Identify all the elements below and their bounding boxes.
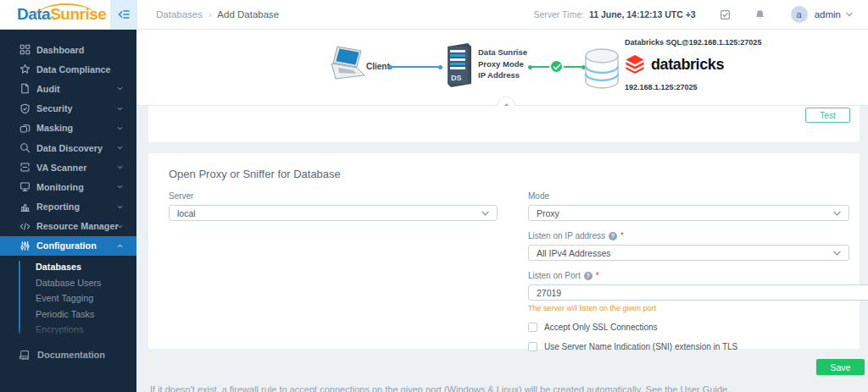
proxy-label-line3: IP Address: [478, 69, 527, 81]
documentation-icon: DOC: [18, 349, 31, 361]
checkbox-unchecked-icon[interactable]: [528, 342, 537, 351]
main-content: Client DS Data Sunrise Proxy Mode IP Add…: [136, 30, 868, 392]
form-column-right: Mode Proxy Listen on IP address ? * All …: [528, 191, 849, 351]
help-icon[interactable]: ?: [609, 232, 617, 240]
sni-checkbox-row[interactable]: Use Server Name Indication (SNI) extensi…: [528, 342, 849, 351]
sidebar-item-va-scanner[interactable]: VA Scanner: [0, 157, 136, 177]
chevron-down-icon: [833, 251, 841, 256]
port-hint-text: The server will listen on the given port: [528, 304, 849, 312]
datasunrise-logo[interactable]: DataSunrise: [0, 5, 110, 24]
sidebar-item-monitoring[interactable]: Monitoring: [0, 177, 136, 196]
databricks-wordmark: databricks: [651, 56, 724, 74]
header: DataSunrise Databases › Add Database Ser…: [0, 0, 868, 30]
sidebar-item-label: Data Compliance: [36, 64, 111, 75]
grid-icon: [19, 44, 31, 55]
submenu-item-event-tagging[interactable]: Event Tagging: [0, 290, 136, 306]
client-label: Client: [366, 62, 390, 71]
form-title: Open Proxy or Sniffer for Database: [169, 168, 341, 180]
database-title: Databricks SQL@192.168.1.125:27025: [625, 38, 761, 47]
bell-icon[interactable]: [754, 9, 765, 20]
chevron-down-icon[interactable]: [846, 12, 853, 17]
sidebar-item-masking[interactable]: Masking: [0, 119, 136, 138]
shield-icon: [19, 103, 31, 114]
checkbox-unchecked-icon[interactable]: [528, 323, 537, 332]
sidebar-item-label: Configuration: [36, 240, 97, 251]
datasunrise-server-icon: DS: [441, 43, 475, 91]
sidebar-item-security[interactable]: Security: [0, 99, 136, 119]
help-icon[interactable]: ?: [584, 272, 593, 280]
server-label: Server: [169, 191, 498, 201]
submenu-item-encryptions[interactable]: Encryptions: [0, 322, 136, 338]
sidebar-item-data-compliance[interactable]: Data Compliance: [0, 59, 136, 79]
databricks-icon: [625, 54, 645, 75]
svg-text:DOC: DOC: [22, 357, 29, 361]
chevron-down-icon: [117, 146, 123, 150]
mode-field-group: Mode Proxy: [528, 191, 849, 221]
sidebar-item-label: VA Scanner: [36, 163, 86, 173]
test-button[interactable]: Test: [805, 108, 850, 123]
sidebar-item-configuration[interactable]: Configuration: [0, 236, 136, 256]
chevron-down-icon: [117, 126, 123, 130]
sidebar-item-documentation[interactable]: DOC Documentation: [0, 345, 136, 365]
sidebar-item-resource-manager[interactable]: Resource Manager: [0, 217, 136, 236]
sidebar-item-label: Reporting: [36, 202, 80, 212]
sidebar-item-label: Security: [36, 103, 73, 113]
configuration-submenu: Databases Database Users Event Tagging P…: [0, 259, 136, 338]
app-window: DataSunrise Databases › Add Database Ser…: [0, 0, 868, 392]
logo-text-sunrise: Sunrise: [50, 5, 106, 24]
listen-ip-field-group: Listen on IP address ? * All IPv4 Addres…: [528, 231, 849, 261]
chevron-down-icon: [117, 86, 123, 91]
sidebar-item-data-discovery[interactable]: Data Discovery: [0, 138, 136, 157]
chevron-up-icon: [117, 244, 123, 248]
listen-port-input[interactable]: 27019: [528, 284, 868, 301]
sidebar-item-dashboard[interactable]: Dashboard: [0, 40, 136, 59]
server-time-value: 11 June, 14:12:13 UTC +3: [589, 9, 696, 19]
ssl-only-checkbox-row[interactable]: Accept Only SSL Connections: [528, 323, 849, 332]
document-icon: [19, 83, 31, 94]
database-cylinder-icon: [582, 47, 621, 93]
breadcrumb: Databases › Add Database: [156, 9, 279, 19]
monitor-icon: [19, 181, 31, 192]
connection-ok-check-icon: [549, 59, 564, 74]
header-right: Server Time: 11 June, 14:12:13 UTC +3 a …: [533, 6, 868, 23]
chevron-down-icon: [481, 211, 489, 216]
sidebar: Dashboard Data Compliance Audit Security…: [0, 30, 136, 392]
sidebar-item-label: Dashboard: [36, 45, 84, 55]
sidebar-item-reporting[interactable]: Reporting: [0, 197, 136, 217]
server-select[interactable]: local: [169, 205, 498, 221]
sidebar-item-label: Masking: [36, 123, 73, 133]
listen-port-value: 27019: [537, 288, 561, 298]
sidebar-item-audit[interactable]: Audit: [0, 79, 136, 98]
breadcrumb-databases[interactable]: Databases: [156, 9, 203, 19]
star-icon: [19, 63, 31, 75]
mode-label: Mode: [528, 191, 849, 201]
client-laptop-icon: [327, 45, 368, 86]
submenu-item-periodic-tasks[interactable]: Periodic Tasks: [0, 306, 136, 323]
scanner-icon: [19, 162, 31, 173]
user-avatar[interactable]: a: [791, 6, 808, 23]
required-asterisk: *: [596, 271, 599, 280]
sidebar-nav: Dashboard Data Compliance Audit Security…: [0, 40, 136, 338]
chevron-down-icon: [117, 185, 123, 189]
logo-text-data: Data: [17, 5, 50, 24]
breadcrumb-separator: ›: [209, 10, 211, 19]
listen-ip-select-value: All IPv4 Addresses: [537, 248, 611, 258]
form-column-left: Server local: [169, 191, 498, 231]
connection-diagram: Client DS Data Sunrise Proxy Mode IP Add…: [136, 30, 868, 105]
user-menu[interactable]: admin: [815, 9, 841, 19]
sidebar-collapse-button[interactable]: [110, 0, 137, 30]
database-info: Databricks SQL@192.168.1.125:27025 datab…: [625, 38, 761, 91]
tasks-icon[interactable]: [720, 9, 731, 20]
listen-port-label: Listen on Port ? *: [528, 271, 849, 280]
save-button[interactable]: Save: [816, 359, 865, 375]
mode-select[interactable]: Proxy: [528, 205, 849, 221]
submenu-item-database-users[interactable]: Database Users: [0, 275, 136, 291]
proxy-labels: Data Sunrise Proxy Mode IP Address: [478, 47, 527, 81]
listen-ip-select[interactable]: All IPv4 Addresses: [528, 245, 849, 261]
submenu-item-databases[interactable]: Databases: [0, 259, 136, 275]
chevron-down-icon: [117, 224, 123, 229]
server-select-value: local: [177, 208, 196, 218]
server-time-label: Server Time:: [533, 9, 584, 19]
chevron-down-icon: [117, 165, 123, 169]
mask-icon: [19, 123, 31, 134]
